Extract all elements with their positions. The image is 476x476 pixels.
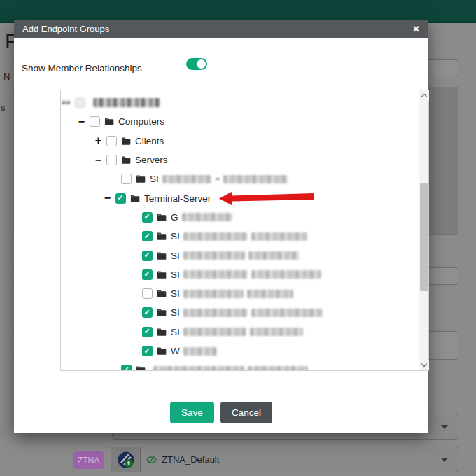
redacted-label	[251, 270, 321, 279]
node-label-prefix: SI	[171, 270, 180, 280]
folder-icon	[136, 365, 146, 370]
cancel-button[interactable]: Cancel	[220, 402, 272, 424]
redacted-label	[183, 309, 248, 317]
tree-row-clients[interactable]: +Clients	[61, 132, 419, 150]
chevron-down-icon	[441, 458, 448, 462]
toggle-row: Show Member Relationships	[22, 57, 421, 78]
node-label: Computers	[118, 116, 164, 127]
checkbox[interactable]	[106, 155, 117, 165]
add-endpoint-groups-modal: Add Endpoint Groups ✕ Show Member Relati…	[14, 20, 428, 433]
redacted-label	[183, 347, 217, 356]
minus-expander-icon[interactable]: −	[102, 192, 113, 204]
toggle-knob	[197, 59, 206, 69]
checkbox[interactable]	[106, 136, 117, 146]
tree-row-redacted-member[interactable]: W	[61, 342, 419, 360]
endpoint-group-tree: −Computers+Clients−ServersSI−Terminal-Se…	[60, 90, 429, 371]
node-label-prefix: SI	[171, 307, 180, 318]
ztna-profile-select[interactable]: ZTNA_Default	[111, 447, 458, 472]
node-label-prefix: SI	[171, 251, 180, 261]
ztna-profile-value: ZTNA_Default	[162, 454, 219, 465]
tree-row-redacted-member[interactable]: SI	[61, 323, 419, 342]
folder-icon	[157, 289, 167, 298]
checkbox[interactable]	[142, 231, 153, 241]
redacted-label	[93, 98, 160, 107]
tree-row-redacted-member[interactable]: SI	[61, 265, 419, 284]
redacted-label	[183, 328, 246, 336]
tree-row-redacted-member[interactable]: SI	[61, 303, 419, 322]
node-label-prefix: G	[171, 212, 178, 223]
checkbox[interactable]	[142, 307, 153, 318]
save-button[interactable]: Save	[170, 402, 214, 424]
redacted-label	[248, 366, 308, 370]
redacted-separator	[216, 178, 220, 180]
checkbox[interactable]	[142, 212, 153, 223]
folder-icon	[157, 308, 167, 317]
folder-icon	[130, 194, 140, 203]
redacted-label	[183, 290, 244, 298]
node-label: Servers	[135, 155, 168, 165]
scrollbar-thumb[interactable]	[420, 183, 428, 291]
redacted-label	[183, 270, 248, 279]
tree-row-root-node-redacted[interactable]	[61, 93, 419, 112]
minus-expander-icon[interactable]: −	[76, 116, 87, 127]
redacted-label	[223, 175, 288, 183]
ztna-profile-icon	[146, 456, 157, 464]
modal-footer: Save Cancel	[14, 402, 428, 424]
checkbox[interactable]	[142, 251, 153, 261]
scroll-up-button[interactable]	[419, 90, 429, 101]
tree-row-redacted-member[interactable]: SI	[61, 284, 419, 303]
modal-title: Add Endpoint Groups	[22, 24, 109, 34]
redacted-label	[247, 290, 293, 298]
folder-icon	[157, 346, 167, 356]
tree-row-servers[interactable]: −Servers	[61, 150, 419, 169]
plus-expander-icon[interactable]: +	[93, 135, 104, 146]
forticlient-logo-cell	[111, 447, 141, 472]
folder-icon	[157, 213, 167, 222]
tree-row-redacted-server[interactable]: SI	[61, 169, 419, 188]
form-label: s	[1, 102, 6, 113]
tree-row-redacted-sibling[interactable]	[61, 360, 419, 370]
tree-row-terminal-server[interactable]: −Terminal-Server	[61, 188, 419, 207]
checkbox[interactable]	[142, 288, 153, 299]
node-label-prefix: SI	[171, 327, 180, 337]
red-arrow-icon	[219, 190, 314, 206]
folder-icon	[136, 174, 146, 183]
checkbox[interactable]	[142, 270, 153, 280]
checkbox[interactable]	[90, 116, 100, 127]
ztna-badge: ZTNA	[74, 451, 104, 469]
tree-row-computers[interactable]: −Computers	[61, 112, 419, 131]
expander-blurred[interactable]	[62, 101, 70, 104]
scroll-down-button[interactable]	[419, 360, 429, 370]
scrollbar[interactable]	[419, 90, 428, 370]
tree-row-redacted-member[interactable]: SI	[61, 246, 419, 265]
redacted-label	[251, 309, 323, 317]
redacted-label	[183, 251, 245, 260]
redacted-label	[250, 328, 303, 336]
divider	[14, 391, 428, 391]
node-label: Clients	[135, 136, 164, 146]
folder-icon	[121, 136, 131, 146]
chevron-down-icon	[421, 361, 427, 367]
node-label: Terminal-Server	[144, 193, 211, 204]
folder-icon	[157, 232, 167, 241]
minus-expander-icon[interactable]: −	[93, 155, 104, 166]
redacted-label	[162, 175, 211, 183]
node-label-prefix: SI	[171, 288, 180, 299]
close-icon[interactable]: ✕	[412, 24, 420, 34]
checkbox[interactable]	[142, 346, 153, 356]
show-member-relationships-toggle[interactable]	[186, 58, 207, 70]
redacted-label	[251, 232, 307, 241]
tree-row-redacted-member[interactable]: SI	[61, 227, 419, 246]
checkbox[interactable]	[121, 174, 132, 184]
toggle-label: Show Member Relationships	[22, 63, 142, 74]
redacted-label	[183, 232, 248, 241]
checkbox-blurred[interactable]	[75, 97, 85, 108]
checkbox[interactable]	[115, 193, 126, 204]
tree-row-redacted-member[interactable]: G	[61, 208, 419, 227]
checkbox[interactable]	[142, 327, 153, 337]
checkbox[interactable]	[121, 365, 132, 370]
redacted-label	[153, 366, 244, 370]
forticlient-logo-icon	[117, 451, 135, 469]
folder-icon	[157, 251, 167, 260]
chevron-up-icon	[421, 94, 427, 99]
